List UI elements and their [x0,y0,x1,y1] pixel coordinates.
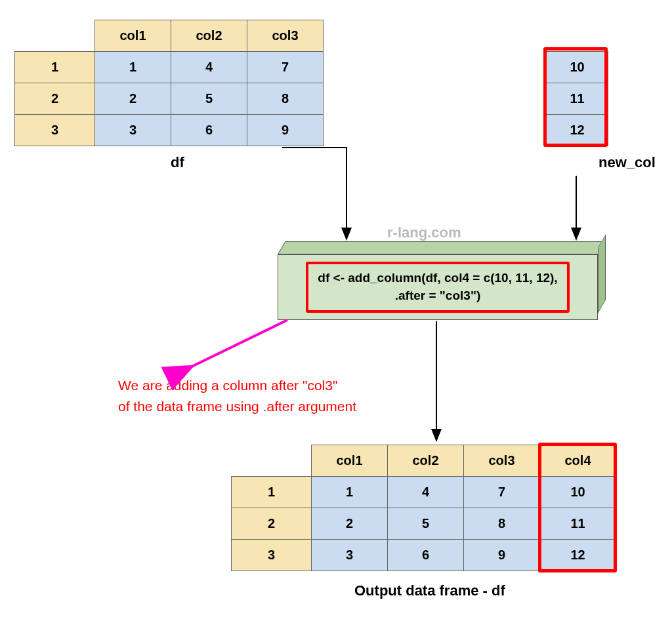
output-col-header: col1 [312,445,388,477]
annotation-line-2: of the data frame using .after argument [118,399,356,414]
code-box: df <- add_column(df, col4 = c(10, 11, 12… [278,254,598,320]
output-row-header: 3 [232,540,312,571]
input-col-header: col2 [171,20,247,52]
input-cell: 9 [247,115,324,146]
output-df-label: Output data frame - df [354,582,505,599]
input-cell: 5 [171,83,247,115]
input-cell: 3 [95,115,171,146]
output-row-header: 2 [232,508,312,540]
code-highlight-box: df <- add_column(df, col4 = c(10, 11, 12… [306,262,569,312]
code-line-1: df <- add_column(df, col4 = c(10, 11, 12… [318,271,557,285]
output-cell: 8 [464,508,540,540]
output-col-header: col4 [540,445,616,477]
output-cell: 3 [312,540,388,571]
annotation-line-1: We are adding a column after "col3" [118,378,337,393]
input-cell: 2 [95,83,171,115]
watermark-text: r-lang.com [387,224,461,241]
new-col-cell: 11 [547,83,608,115]
input-row-header: 1 [15,52,95,83]
input-cell: 6 [171,115,247,146]
input-cell: 7 [247,52,324,83]
output-cell: 1 [312,477,388,508]
input-row-header: 2 [15,83,95,115]
new-col-cell: 10 [547,52,608,83]
input-cell: 1 [95,52,171,83]
new-col-table: 10 11 12 [546,51,608,146]
new-col-cell: 12 [547,115,608,146]
input-col-header: col1 [95,20,171,52]
new-col-label: new_col [598,154,656,171]
input-row-header: 3 [15,115,95,146]
output-col-header: col2 [388,445,464,477]
input-df-label: df [171,154,184,171]
code-line-2: .after = "col3") [395,289,480,302]
input-df-table: col1 col2 col3 1 1 4 7 2 2 5 8 3 3 6 9 [14,20,324,146]
input-col-header: col3 [247,20,324,52]
output-cell: 7 [464,477,540,508]
output-col-header: col3 [464,445,540,477]
output-cell: 10 [540,477,616,508]
output-cell: 2 [312,508,388,540]
output-cell: 9 [464,540,540,571]
output-cell: 5 [388,508,464,540]
output-cell: 12 [540,540,616,571]
input-cell: 8 [247,83,324,115]
annotation-text: We are adding a column after "col3" of t… [118,375,356,416]
output-cell: 11 [540,508,616,540]
output-row-header: 1 [232,477,312,508]
output-cell: 4 [388,477,464,508]
output-cell: 6 [388,540,464,571]
input-cell: 4 [171,52,247,83]
output-df-table: col1 col2 col3 col4 1 1 4 7 10 2 2 5 8 1… [231,445,616,571]
